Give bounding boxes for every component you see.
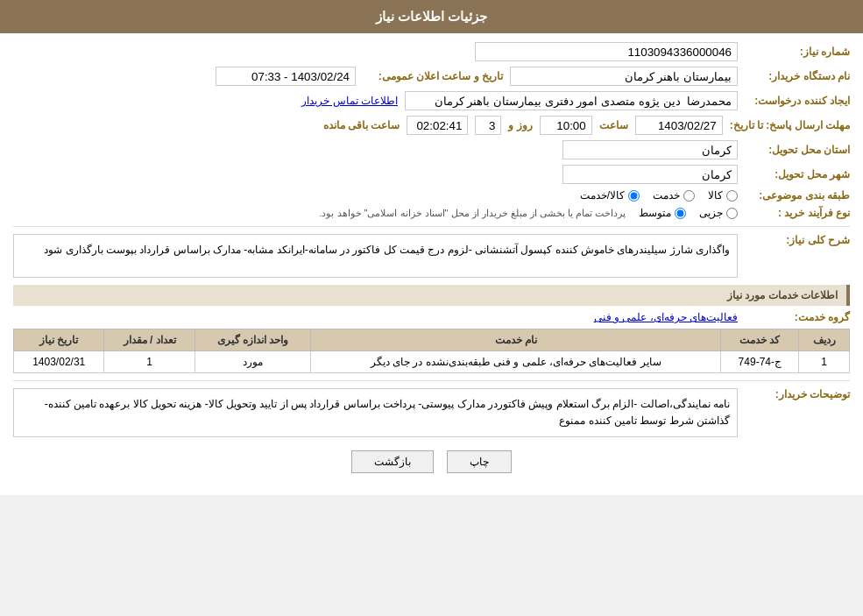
service-group-value[interactable]: فعالیت‌های حرفه‌ای، علمی و فنی bbox=[594, 311, 738, 323]
back-button[interactable]: بازگشت bbox=[351, 450, 434, 473]
services-table: ردیف کد خدمت نام خدمت واحد اندازه گیری ت… bbox=[13, 329, 850, 373]
cat-goods-radio[interactable] bbox=[726, 190, 738, 202]
proc-medium-option[interactable]: متوسط bbox=[639, 207, 686, 219]
response-remaining-input[interactable] bbox=[407, 116, 468, 135]
service-group-label: گروه خدمت: bbox=[745, 311, 850, 323]
cat-goods-service-label: کالا/خدمت bbox=[580, 189, 625, 202]
services-section-header: اطلاعات خدمات مورد نیاز bbox=[13, 285, 850, 306]
description-box: واگذاری شارژ سیلیندرهای خاموش کننده کپسو… bbox=[13, 234, 738, 278]
contact-link[interactable]: اطلاعات تماس خریدار bbox=[301, 95, 398, 107]
th-name: نام خدمت bbox=[311, 329, 721, 351]
buyer-org-label: نام دستگاه خریدار: bbox=[745, 70, 850, 82]
th-unit: واحد اندازه گیری bbox=[195, 329, 310, 351]
buyer-notes-label: توضیحات خریدار: bbox=[745, 388, 850, 400]
cat-goods-service-radio[interactable] bbox=[628, 190, 640, 202]
th-row: ردیف bbox=[799, 329, 850, 351]
divider-1 bbox=[13, 226, 850, 227]
proc-partial-label: جزیی bbox=[699, 207, 723, 219]
response-time-input[interactable] bbox=[540, 116, 592, 135]
province-input[interactable] bbox=[562, 140, 738, 159]
cat-service-radio[interactable] bbox=[683, 190, 695, 202]
bottom-buttons: چاپ بازگشت bbox=[13, 450, 850, 473]
cat-goods-service-option[interactable]: کالا/خدمت bbox=[580, 189, 640, 202]
th-date: تاریخ نیاز bbox=[14, 329, 104, 351]
province-label: استان محل تحویل: bbox=[745, 144, 850, 156]
th-code: کد خدمت bbox=[721, 329, 799, 351]
category-label: طبقه بندی موضوعی: bbox=[745, 189, 850, 202]
buyer-notes-box: نامه نمایندگی،اصالت -الزام برگ استعلام و… bbox=[13, 388, 738, 437]
response-deadline-label: مهلت ارسال پاسخ: تا تاریخ: bbox=[730, 119, 850, 131]
print-button[interactable]: چاپ bbox=[447, 450, 512, 473]
response-days-label: روز و bbox=[508, 119, 532, 131]
page-title: جزئیات اطلاعات نیاز bbox=[0, 0, 863, 33]
buyer-org-input[interactable] bbox=[510, 67, 738, 86]
th-qty: تعداد / مقدار bbox=[104, 329, 195, 351]
proc-medium-radio[interactable] bbox=[675, 208, 686, 219]
proc-partial-option[interactable]: جزیی bbox=[699, 207, 738, 219]
description-section-label: شرح کلی نیاز: bbox=[745, 234, 850, 246]
td-qty: 1 bbox=[104, 351, 195, 373]
cat-goods-label: کالا bbox=[708, 189, 723, 202]
creator-input[interactable] bbox=[405, 91, 738, 110]
response-date-input[interactable] bbox=[635, 116, 723, 135]
need-number-input[interactable] bbox=[475, 42, 738, 61]
cat-service-label: خدمت bbox=[653, 189, 680, 202]
city-input[interactable] bbox=[562, 165, 738, 184]
td-code: ج-74-749 bbox=[721, 351, 799, 373]
table-row: 1ج-74-749سایر فعالیت‌های حرفه‌ای، علمی و… bbox=[14, 351, 850, 373]
process-label: نوع فرآیند خرید : bbox=[745, 207, 850, 219]
cat-goods-option[interactable]: کالا bbox=[708, 189, 738, 202]
td-name: سایر فعالیت‌های حرفه‌ای، علمی و فنی طبقه… bbox=[311, 351, 721, 373]
proc-medium-label: متوسط bbox=[639, 207, 671, 219]
td-unit: مورد bbox=[195, 351, 310, 373]
response-remaining-label: ساعت باقی مانده bbox=[323, 119, 400, 131]
need-number-label: شماره نیاز: bbox=[745, 46, 850, 58]
td-row: 1 bbox=[799, 351, 850, 373]
divider-2 bbox=[13, 380, 850, 381]
td-date: 1403/02/31 bbox=[14, 351, 104, 373]
creator-label: ایجاد کننده درخواست: bbox=[745, 95, 850, 107]
city-label: شهر محل تحویل: bbox=[745, 168, 850, 181]
cat-service-option[interactable]: خدمت bbox=[653, 189, 695, 202]
announcement-input[interactable] bbox=[216, 67, 356, 86]
proc-note-text: پرداخت تمام یا بخشی از مبلغ خریدار از مح… bbox=[319, 208, 626, 219]
proc-partial-radio[interactable] bbox=[726, 208, 738, 219]
response-time-label: ساعت bbox=[599, 119, 628, 131]
response-days-input[interactable] bbox=[475, 116, 501, 135]
announcement-label: تاریخ و ساعت اعلان عمومی: bbox=[363, 70, 503, 82]
